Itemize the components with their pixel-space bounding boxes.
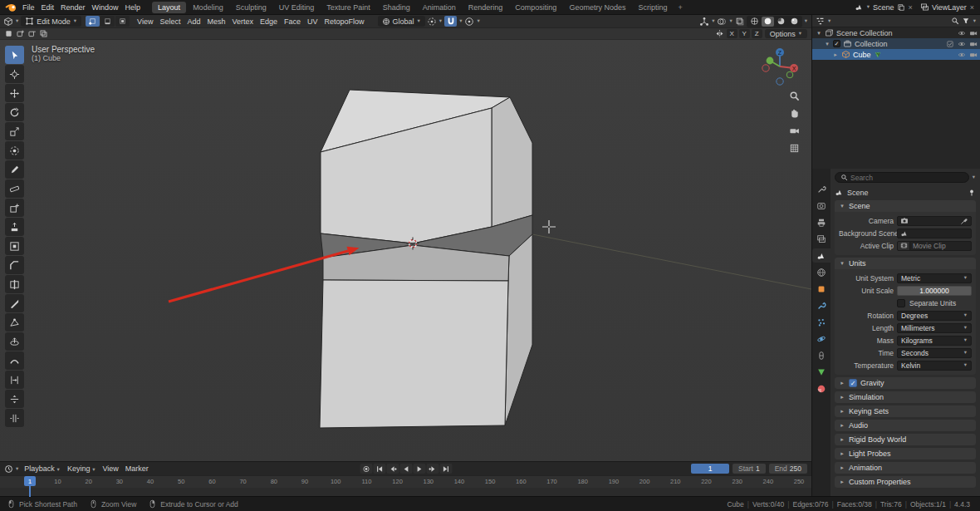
browse-active-clip-button[interactable] — [897, 241, 910, 251]
properties-tab-output[interactable] — [812, 215, 831, 229]
options-button[interactable]: Options ▾ — [765, 29, 807, 38]
play-reverse-button[interactable] — [399, 464, 412, 474]
gravity-panel-header[interactable]: ▸ ✓ Gravity — [835, 377, 976, 389]
eye-toggle[interactable] — [958, 29, 966, 37]
tool-select-box[interactable] — [5, 46, 24, 64]
shading-wireframe-button[interactable] — [748, 17, 761, 27]
outliner-row-cube[interactable]: ▸Cube — [812, 49, 980, 60]
properties-tab-modifiers[interactable] — [812, 298, 831, 312]
select-mode-extend-button[interactable] — [16, 29, 25, 38]
pan-view-button[interactable] — [788, 107, 800, 119]
blender-logo-icon[interactable] — [5, 1, 17, 13]
temperature-dropdown[interactable]: Kelvin▾ — [897, 361, 972, 371]
tool-loop-cut[interactable] — [5, 275, 24, 293]
tool-inset-faces[interactable] — [5, 237, 24, 255]
timeline-menu-keying[interactable]: Keying ▾ — [64, 464, 100, 473]
frame-end-field[interactable]: End 250 — [769, 464, 807, 474]
properties-tab-material[interactable] — [812, 381, 831, 396]
tool-transform[interactable] — [5, 141, 24, 160]
collection-checkbox[interactable]: ✓ — [833, 40, 840, 47]
properties-options-button[interactable]: ▾ — [972, 174, 976, 180]
tool-bevel[interactable] — [5, 256, 24, 274]
camera-toggle[interactable] — [969, 40, 978, 48]
tool-shrink-fatten[interactable] — [5, 390, 24, 408]
playhead[interactable]: 1 — [24, 476, 36, 486]
orientation-selector[interactable]: Global ▾ — [378, 16, 425, 27]
viewport-menu-retopoflow[interactable]: RetopoFlow — [321, 17, 368, 26]
menu-edit[interactable]: Edit — [38, 3, 58, 12]
jump-to-start-button[interactable] — [373, 464, 385, 474]
menu-render[interactable]: Render — [57, 3, 89, 12]
jump-to-prev-keyframe-button[interactable] — [386, 464, 399, 474]
length-dropdown[interactable]: Millimeters▾ — [897, 323, 972, 333]
disclosure-icon[interactable]: ▸ — [832, 52, 839, 58]
tool-annotate[interactable] — [5, 160, 24, 179]
camera-toggle[interactable] — [969, 29, 978, 37]
properties-tab-particles[interactable] — [812, 315, 831, 329]
viewport-menu-add[interactable]: Add — [184, 17, 203, 26]
viewport-canvas[interactable] — [0, 40, 811, 461]
shading-rendered-button[interactable] — [788, 17, 801, 27]
viewport-menu-select[interactable]: Select — [156, 17, 184, 26]
new-scene-button[interactable] — [897, 3, 905, 12]
gizmo-z-neg-axis[interactable] — [777, 78, 783, 85]
unit-scale-field[interactable]: 1.000000 — [897, 286, 972, 296]
workspace-tab-texture-paint[interactable]: Texture Paint — [321, 2, 376, 13]
panel-audio[interactable]: ▸Audio — [835, 420, 976, 431]
properties-tab-object[interactable] — [812, 282, 831, 296]
active-clip-field[interactable]: Movie Clip — [909, 241, 972, 251]
workspace-tab-shading[interactable]: Shading — [377, 2, 416, 13]
rotation-dropdown[interactable]: Degrees▾ — [897, 311, 972, 321]
current-frame-field[interactable]: 1 — [691, 464, 729, 474]
mirror-z-toggle[interactable]: Z — [752, 29, 762, 38]
units-panel-header[interactable]: ▾ Units — [835, 258, 976, 269]
eye-toggle[interactable] — [958, 51, 966, 59]
time-dropdown[interactable]: Seconds▾ — [897, 348, 972, 358]
search-icon[interactable] — [951, 17, 959, 25]
tool-add-cube[interactable] — [5, 199, 24, 217]
disclosure-icon[interactable]: ▾ — [824, 41, 831, 47]
panel-rigid-body-world[interactable]: ▸Rigid Body World — [835, 434, 976, 445]
camera-view-button[interactable] — [788, 125, 800, 136]
background-scene-field[interactable] — [897, 228, 972, 238]
eyedropper-icon[interactable] — [960, 217, 968, 225]
outliner-row-scene-collection[interactable]: ▾Scene Collection — [812, 27, 980, 38]
auto-keying-toggle[interactable] — [360, 464, 372, 474]
disclosure-icon[interactable]: ▾ — [816, 30, 822, 37]
viewport-menu-edge[interactable]: Edge — [257, 17, 281, 26]
edge-select-button[interactable] — [100, 16, 115, 27]
camera-toggle[interactable] — [969, 51, 978, 59]
mirror-y-toggle[interactable]: Y — [739, 29, 750, 38]
properties-tab-constraints[interactable] — [812, 348, 831, 362]
face-select-button[interactable] — [115, 16, 130, 27]
remove-viewlayer-button[interactable]: × — [969, 3, 975, 12]
pin-icon[interactable] — [968, 189, 976, 197]
tool-scale[interactable] — [5, 122, 24, 140]
workspace-tab-uv-editing[interactable]: UV Editing — [273, 2, 321, 13]
pivot-point-button[interactable] — [427, 17, 437, 27]
panel-custom-properties[interactable]: ▸Custom Properties — [835, 476, 976, 488]
zoom-view-button[interactable] — [788, 90, 800, 101]
properties-tab-world[interactable] — [812, 265, 831, 279]
mirror-x-toggle[interactable]: X — [727, 29, 737, 38]
show-gizmos-button[interactable] — [699, 17, 709, 27]
gizmo-y-axis[interactable] — [767, 57, 774, 65]
filter-icon[interactable] — [962, 17, 970, 25]
play-button[interactable] — [413, 464, 425, 474]
properties-search[interactable] — [835, 172, 969, 183]
search-input[interactable] — [850, 174, 963, 182]
scene-panel-header[interactable]: ▾ Scene — [835, 200, 976, 212]
add-workspace-button[interactable]: + — [674, 2, 686, 13]
viewport-menu-mesh[interactable]: Mesh — [203, 17, 228, 26]
tool-knife[interactable] — [5, 294, 24, 312]
camera-field[interactable] — [897, 216, 972, 226]
viewport-menu-vertex[interactable]: Vertex — [228, 17, 257, 26]
tool-rotate[interactable] — [5, 103, 24, 121]
snap-toggle[interactable] — [444, 16, 457, 27]
viewlayer-selector[interactable]: ViewLayer × — [920, 2, 975, 12]
proportional-editing-toggle[interactable] — [464, 17, 474, 27]
properties-tab-render[interactable] — [812, 199, 831, 213]
properties-tab-tool[interactable] — [812, 182, 831, 196]
tool-cursor[interactable] — [5, 65, 24, 83]
gravity-checkbox[interactable]: ✓ — [849, 379, 857, 387]
